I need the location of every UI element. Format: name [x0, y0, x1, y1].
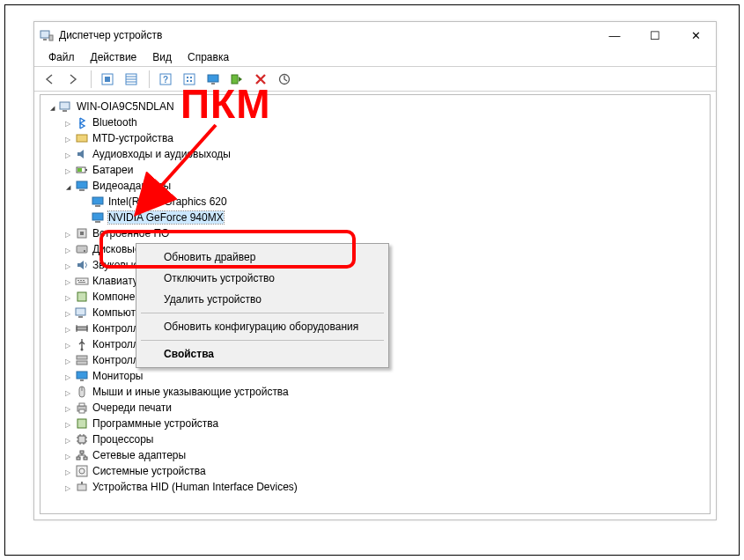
expand-arrow-icon[interactable] — [62, 134, 74, 144]
battery-icon — [75, 163, 89, 177]
expand-arrow-icon[interactable] — [62, 356, 74, 365]
expand-arrow-icon[interactable] — [62, 387, 74, 397]
svg-rect-36 — [76, 278, 88, 284]
menu-action[interactable]: Действие — [84, 49, 144, 65]
nav-back-button[interactable] — [38, 69, 61, 90]
device-node[interactable]: NVIDIA GeForce 940MX — [77, 210, 710, 225]
node-label: Мониторы — [92, 370, 143, 382]
close-button[interactable]: ✕ — [675, 22, 716, 48]
context-menu-separator — [141, 313, 384, 313]
menu-file[interactable]: Файл — [41, 49, 82, 65]
svg-rect-58 — [78, 436, 85, 443]
category-node[interactable]: Мыши и иные указывающие устройства — [62, 384, 710, 400]
svg-rect-33 — [80, 232, 84, 235]
context-menu-separator — [141, 340, 384, 341]
svg-rect-26 — [77, 181, 87, 188]
expand-arrow-icon[interactable] — [62, 340, 74, 350]
category-node[interactable]: Встроенное ПО — [62, 225, 710, 241]
svg-point-35 — [84, 250, 85, 252]
expand-arrow-icon[interactable] — [62, 435, 74, 445]
category-node[interactable]: MTD-устройства — [62, 130, 710, 146]
storage-icon — [75, 353, 89, 367]
enable-button[interactable] — [225, 69, 248, 90]
help-button[interactable]: ? — [154, 69, 177, 90]
category-node[interactable]: Видеоадаптеры — [62, 178, 710, 194]
category-node[interactable]: Программные устройства — [62, 416, 710, 431]
context-menu-item[interactable]: Свойства — [139, 343, 386, 365]
category-node[interactable]: Устройства HID (Human Interface Devices) — [62, 479, 710, 495]
svg-rect-37 — [77, 280, 79, 281]
expand-arrow-icon[interactable] — [62, 372, 74, 381]
mtd-icon — [75, 131, 89, 145]
context-menu-item[interactable]: Отключить устройство — [139, 268, 386, 289]
firmware-icon — [75, 226, 89, 240]
menu-help[interactable]: Справка — [180, 49, 236, 65]
expand-arrow-icon[interactable] — [62, 419, 74, 429]
usb-icon — [75, 337, 89, 351]
expand-arrow-icon[interactable] — [62, 403, 74, 413]
collapse-arrow-icon[interactable] — [62, 181, 74, 191]
maximize-button[interactable]: ☐ — [635, 22, 675, 48]
expand-arrow-icon[interactable] — [62, 324, 74, 334]
expand-arrow-icon[interactable] — [62, 118, 74, 128]
scan-button[interactable] — [178, 69, 201, 90]
properties-button[interactable] — [120, 69, 143, 90]
node-label: Сетевые адаптеры — [92, 449, 186, 461]
svg-rect-27 — [79, 189, 85, 191]
expand-arrow-icon[interactable] — [62, 229, 74, 239]
sound-icon — [75, 258, 89, 272]
expand-arrow-icon[interactable] — [62, 451, 74, 461]
collapse-arrow-icon[interactable] — [46, 102, 58, 112]
display-adapter-icon — [75, 179, 89, 193]
category-node[interactable]: Системные устройства — [62, 463, 710, 479]
node-label: Очереди печати — [92, 402, 172, 414]
nav-forward-button[interactable] — [62, 69, 85, 90]
expand-arrow-icon[interactable] — [62, 292, 74, 302]
device-node[interactable]: Intel(R) HD Graphics 620 — [77, 194, 710, 210]
category-node[interactable]: Bluetooth — [62, 114, 710, 130]
software-icon — [75, 290, 89, 304]
node-label: Батареи — [92, 164, 133, 176]
expand-arrow-icon[interactable] — [62, 166, 74, 175]
expand-arrow-icon[interactable] — [62, 467, 74, 476]
category-node[interactable]: Мониторы — [62, 368, 710, 384]
svg-rect-16 — [208, 75, 218, 82]
category-node[interactable]: Очереди печати — [62, 400, 710, 416]
expand-arrow-icon[interactable] — [62, 261, 74, 270]
context-menu-item[interactable]: Удалить устройство — [139, 289, 386, 310]
toolbar-sep — [144, 70, 150, 88]
mouse-icon — [75, 385, 89, 399]
refresh-button[interactable] — [273, 69, 296, 90]
svg-rect-12 — [187, 77, 188, 78]
expand-arrow-icon[interactable] — [62, 245, 74, 254]
category-node[interactable]: Процессоры — [62, 431, 710, 447]
context-menu-item[interactable]: Обновить конфигурацию оборудования — [139, 316, 386, 337]
expand-arrow-icon[interactable] — [62, 483, 74, 492]
hid-icon — [75, 480, 89, 494]
category-node[interactable]: WIN-OIA9C5NDLAN — [46, 99, 710, 114]
menu-view[interactable]: Вид — [145, 49, 179, 65]
context-menu-item[interactable]: Обновить драйвер — [139, 247, 386, 268]
svg-text:?: ? — [163, 75, 168, 85]
minimize-button[interactable]: — — [594, 22, 635, 48]
toolbar-sep — [85, 70, 92, 88]
expand-arrow-icon[interactable] — [62, 150, 74, 159]
display-adapter-icon — [91, 210, 105, 225]
category-node[interactable]: Батареи — [62, 162, 710, 178]
disable-button[interactable] — [249, 69, 272, 90]
window-controls: — ☐ ✕ — [594, 22, 716, 48]
svg-rect-72 — [77, 484, 86, 490]
show-hidden-button[interactable] — [96, 69, 119, 90]
node-label: Видеоадаптеры — [92, 180, 171, 192]
disk-icon — [75, 242, 89, 256]
category-node[interactable]: Аудиовходы и аудиовыходы — [62, 146, 710, 162]
svg-rect-38 — [80, 280, 82, 281]
svg-rect-39 — [83, 280, 85, 281]
monitor-button[interactable] — [202, 69, 225, 90]
network-icon — [75, 448, 89, 462]
expand-arrow-icon[interactable] — [62, 308, 74, 318]
category-node[interactable]: Сетевые адаптеры — [62, 447, 710, 463]
svg-rect-49 — [77, 361, 87, 365]
expand-arrow-icon[interactable] — [62, 276, 74, 286]
device-manager-window: Диспетчер устройств — ☐ ✕ Файл Действие … — [33, 21, 717, 520]
